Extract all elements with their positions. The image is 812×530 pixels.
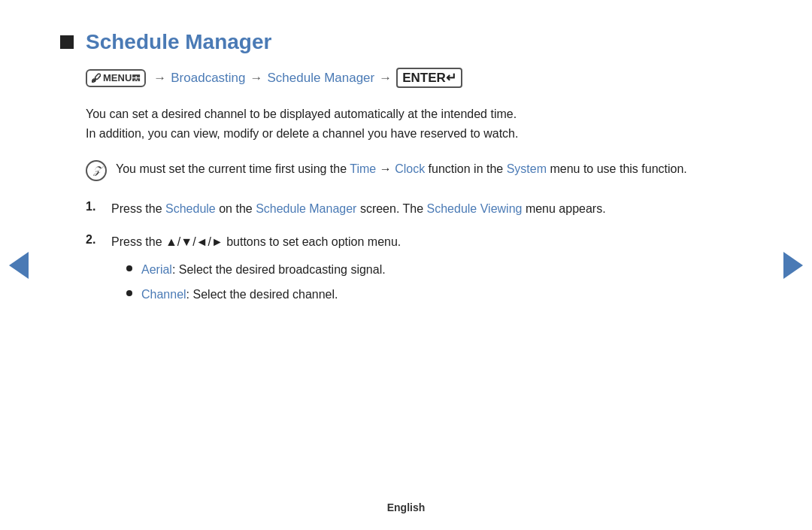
bullet-list: Aerial: Select the desired broadcasting … [126, 260, 752, 304]
menu-icon: 🖋 MENU𝌔 [86, 69, 146, 87]
bullet-text-channel: Channel: Select the desired channel. [141, 285, 338, 304]
bullet-dot-channel [126, 290, 132, 296]
breadcrumb-broadcasting: Broadcasting [171, 71, 245, 86]
step1-schedule-link: Schedule [165, 202, 216, 215]
step1-schedule-viewing-link: Schedule Viewing [427, 202, 523, 215]
note-text-middle: function in the [425, 162, 507, 175]
step1-text-middle: on the [216, 202, 256, 215]
breadcrumb-arrow-3: → [379, 71, 392, 86]
breadcrumb-arrow-1: → [153, 71, 166, 86]
footer-text: English [387, 501, 426, 513]
title-section: Schedule Manager [60, 30, 752, 54]
step1-text-end: menu appears. [522, 202, 605, 215]
left-arrow-icon [9, 252, 29, 279]
nav-arrow-left[interactable] [8, 250, 30, 280]
bullet-text-aerial: Aerial: Select the desired broadcasting … [141, 260, 386, 280]
nav-arrow-right[interactable] [782, 250, 804, 280]
note-text-after: menu to use this function. [547, 162, 687, 175]
bullet-item-channel: Channel: Select the desired channel. [126, 285, 752, 304]
note-time-link: Time [350, 162, 376, 175]
page-title: Schedule Manager [86, 30, 271, 54]
bullet-item-aerial: Aerial: Select the desired broadcasting … [126, 260, 752, 280]
channel-text: : Select the desired channel. [186, 288, 338, 301]
step2-text: Press the ▲/▼/◄/► buttons to set each op… [111, 235, 401, 248]
breadcrumb: 🖋 MENU𝌔 → Broadcasting → Schedule Manage… [86, 68, 752, 88]
aerial-text: : Select the desired broadcasting signal… [172, 263, 386, 276]
title-square-icon [60, 35, 74, 49]
note-icon: 𝒵 [86, 160, 107, 181]
list-item-2: 2. Press the ▲/▼/◄/► buttons to set each… [86, 232, 752, 310]
note-clock-link: Clock [395, 162, 425, 175]
channel-link: Channel [141, 288, 186, 301]
step-1-content: Press the Schedule on the Schedule Manag… [111, 199, 752, 219]
step-number-1: 1. [86, 200, 107, 214]
body-text-content: You can set a desired channel to be disp… [86, 108, 518, 140]
step1-schedule-manager-link: Schedule Manager [256, 202, 356, 215]
note-text-before: You must set the current time first usin… [116, 162, 350, 175]
breadcrumb-schedule-manager: Schedule Manager [268, 71, 375, 86]
step-number-2: 2. [86, 233, 107, 247]
note-section: 𝒵 You must set the current time first us… [86, 159, 752, 181]
list-item-1: 1. Press the Schedule on the Schedule Ma… [86, 199, 752, 219]
page-container: Schedule Manager 🖋 MENU𝌔 → Broadcasting … [0, 0, 812, 530]
note-system-link: System [507, 162, 547, 175]
body-text: You can set a desired channel to be disp… [86, 104, 752, 144]
menu-label: MENU [103, 72, 132, 83]
breadcrumb-arrow-2: → [250, 71, 263, 86]
aerial-link: Aerial [141, 263, 172, 276]
right-arrow-icon [783, 252, 803, 279]
step1-text-before: Press the [111, 202, 165, 215]
step-2-content: Press the ▲/▼/◄/► buttons to set each op… [111, 232, 752, 310]
step1-text-after: screen. The [356, 202, 426, 215]
footer: English [387, 501, 426, 513]
hand-icon: 🖋 [91, 72, 102, 84]
note-arrow: → [376, 162, 395, 175]
bullet-dot-aerial [126, 265, 132, 271]
note-text: You must set the current time first usin… [116, 159, 687, 179]
enter-key: ENTER↵ [396, 68, 462, 88]
numbered-list: 1. Press the Schedule on the Schedule Ma… [86, 199, 752, 310]
